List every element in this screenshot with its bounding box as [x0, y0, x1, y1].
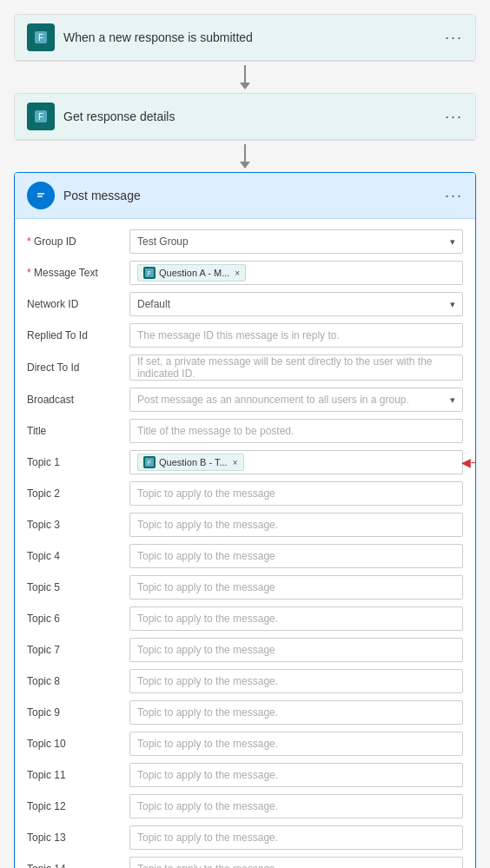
- broadcast-placeholder: Post message as an announcement to all u…: [137, 394, 409, 406]
- topic8-row: Topic 8Topic to apply to the message.: [15, 666, 475, 697]
- topic13-placeholder: Topic to apply to the message.: [137, 832, 278, 844]
- topic5-label: Topic 5: [27, 581, 122, 593]
- topic5-field[interactable]: Topic to apply to the message: [129, 575, 463, 600]
- step2-icon: F: [27, 103, 55, 130]
- topic10-label: Topic 10: [27, 738, 122, 750]
- direct-to-id-row: Direct To Id If set, a private message w…: [15, 351, 475, 384]
- step1-icon: F: [27, 23, 55, 51]
- topic4-row: Topic 4Topic to apply to the message: [15, 540, 475, 572]
- message-text-label: Message Text: [27, 267, 122, 279]
- title-row: Title Title of the message to be posted.: [15, 415, 475, 447]
- title-field[interactable]: Title of the message to be posted.: [129, 419, 463, 443]
- topic1-chip-label: Question B - T...: [159, 457, 228, 467]
- arrow2-head: [240, 162, 250, 169]
- topics-container: Topic 2Topic to apply to the messageTopi…: [15, 478, 475, 868]
- network-id-label: Network ID: [27, 298, 122, 310]
- replied-to-id-row: Replied To Id The message ID this messag…: [15, 320, 475, 351]
- group-id-dropdown-icon: ▾: [450, 236, 455, 248]
- topic11-field[interactable]: Topic to apply to the message.: [129, 763, 463, 787]
- topic7-field[interactable]: Topic to apply to the message: [129, 638, 463, 662]
- topic3-placeholder: Topic to apply to the message.: [137, 519, 278, 531]
- group-id-row: Group ID Test Group ▾: [15, 226, 475, 257]
- step1-title: When a new response is submitted: [63, 30, 436, 44]
- topic3-row: Topic 3Topic to apply to the message.: [15, 509, 475, 540]
- topic2-placeholder: Topic to apply to the message: [137, 487, 275, 500]
- svg-point-4: [34, 189, 48, 202]
- post-message-icon: [27, 182, 55, 209]
- topic9-field[interactable]: Topic to apply to the message.: [129, 700, 463, 725]
- arrow2-line: [244, 144, 246, 162]
- step1-card: F When a new response is submitted ···: [14, 14, 476, 62]
- broadcast-dropdown-icon: ▾: [450, 394, 455, 406]
- topic4-label: Topic 4: [27, 550, 122, 562]
- network-id-dropdown-icon: ▾: [450, 299, 455, 310]
- step2-header: F Get response details ···: [15, 94, 475, 140]
- topic4-field[interactable]: Topic to apply to the message: [129, 544, 463, 568]
- arrow1: [240, 62, 250, 93]
- post-message-header: Post message ···: [15, 173, 475, 219]
- topic14-label: Topic 14: [27, 863, 122, 868]
- topic10-field[interactable]: Topic to apply to the message.: [129, 732, 463, 756]
- topic14-field[interactable]: Topic to apply to the message.: [129, 857, 463, 868]
- broadcast-field[interactable]: Post message as an announcement to all u…: [129, 388, 463, 412]
- right-red-arrow: ◀──────: [461, 455, 476, 469]
- step2-title: Get response details: [63, 109, 436, 123]
- topic9-placeholder: Topic to apply to the message.: [137, 706, 278, 719]
- network-id-field[interactable]: Default ▾: [129, 292, 463, 316]
- topic13-label: Topic 13: [27, 832, 122, 844]
- post-message-more-button[interactable]: ···: [445, 187, 463, 205]
- topic12-row: Topic 12Topic to apply to the message.: [15, 791, 475, 822]
- topic7-label: Topic 7: [27, 644, 122, 656]
- title-label: Title: [27, 425, 122, 437]
- direct-to-id-label: Direct To Id: [27, 361, 122, 374]
- topic2-label: Topic 2: [27, 487, 122, 500]
- topic13-row: Topic 13Topic to apply to the message.: [15, 822, 475, 853]
- svg-text:F: F: [38, 112, 43, 122]
- topic6-field[interactable]: Topic to apply to the message.: [129, 606, 463, 631]
- arrow2: [240, 141, 250, 172]
- topic2-row: Topic 2Topic to apply to the message: [15, 478, 475, 509]
- topic8-field[interactable]: Topic to apply to the message.: [129, 669, 463, 693]
- topic11-placeholder: Topic to apply to the message.: [137, 769, 278, 781]
- message-text-chip-label: Question A - M...: [159, 268, 229, 278]
- message-text-field[interactable]: F Question A - M... ×: [129, 261, 463, 285]
- topic13-field[interactable]: Topic to apply to the message.: [129, 825, 463, 850]
- message-text-row: Message Text F Question A - M... ×: [15, 257, 475, 288]
- group-id-value: Test Group: [137, 235, 189, 248]
- topic1-row: ➜ Topic 1 F Question B - T... × ◀──────: [15, 447, 475, 478]
- form-body: Group ID Test Group ▾ Message Text F Que…: [15, 219, 475, 868]
- post-message-card: Post message ··· Group ID Test Group ▾ M…: [14, 172, 476, 868]
- topic12-field[interactable]: Topic to apply to the message.: [129, 794, 463, 818]
- topic5-placeholder: Topic to apply to the message: [137, 581, 275, 593]
- message-text-chip-close[interactable]: ×: [235, 268, 240, 278]
- topic2-field[interactable]: Topic to apply to the message: [129, 481, 463, 506]
- topic6-row: Topic 6Topic to apply to the message.: [15, 603, 475, 634]
- message-text-chip: F Question A - M... ×: [137, 264, 246, 282]
- topic3-label: Topic 3: [27, 519, 122, 531]
- step2-more-button[interactable]: ···: [445, 108, 463, 126]
- topic12-placeholder: Topic to apply to the message.: [137, 800, 278, 812]
- direct-to-id-field[interactable]: If set, a private message will be sent d…: [129, 354, 463, 381]
- replied-to-id-field[interactable]: The message ID this message is in reply …: [129, 323, 463, 348]
- post-message-title: Post message: [63, 189, 436, 202]
- topic9-row: Topic 9Topic to apply to the message.: [15, 697, 475, 728]
- svg-text:F: F: [148, 270, 151, 276]
- topic6-placeholder: Topic to apply to the message.: [137, 613, 278, 625]
- topic7-placeholder: Topic to apply to the message: [137, 644, 275, 656]
- topic3-field[interactable]: Topic to apply to the message.: [129, 513, 463, 537]
- topic12-label: Topic 12: [27, 800, 122, 812]
- topic1-chip-close[interactable]: ×: [233, 458, 238, 467]
- topic11-row: Topic 11Topic to apply to the message.: [15, 759, 475, 791]
- step1-more-button[interactable]: ···: [445, 29, 463, 47]
- topic14-row: Topic 14Topic to apply to the message.: [15, 853, 475, 868]
- topic1-label: Topic 1: [27, 456, 122, 468]
- topic7-row: Topic 7Topic to apply to the message: [15, 634, 475, 666]
- topic8-label: Topic 8: [27, 675, 122, 687]
- topic1-field[interactable]: F Question B - T... × ◀──────: [129, 450, 463, 474]
- group-id-field[interactable]: Test Group ▾: [129, 229, 463, 254]
- network-id-value: Default: [137, 298, 170, 310]
- step1-header: F When a new response is submitted ···: [15, 15, 475, 61]
- replied-to-id-label: Replied To Id: [27, 329, 122, 341]
- network-id-row: Network ID Default ▾: [15, 288, 475, 320]
- chip-icon: F: [143, 267, 156, 279]
